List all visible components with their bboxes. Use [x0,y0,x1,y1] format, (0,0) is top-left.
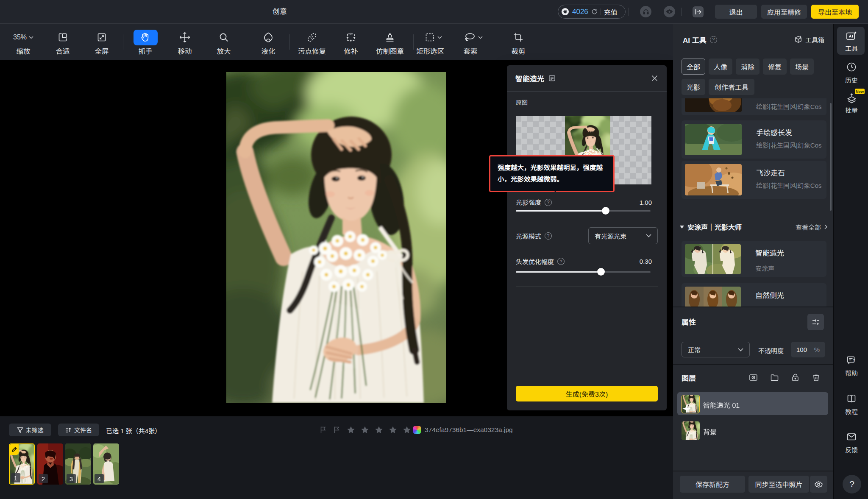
svg-text:?: ? [853,358,856,362]
